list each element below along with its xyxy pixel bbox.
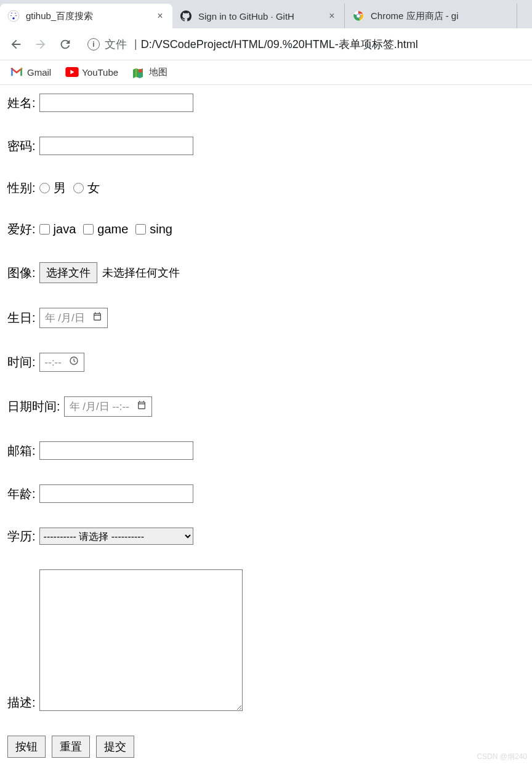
address-bar[interactable]: i 文件 | D:/VSCodeProject/HTML/09.%20HTML-… — [80, 33, 526, 55]
bookmark-gmail[interactable]: Gmail — [10, 67, 51, 78]
tab-title: gtihub_百度搜索 — [26, 10, 150, 22]
age-label: 年龄: — [7, 486, 36, 502]
bookmark-youtube[interactable]: YouTube — [65, 67, 118, 78]
gender-male-radio[interactable] — [39, 183, 50, 193]
tab-chrome-store[interactable]: Chrome 应用商店 - gi — [345, 4, 517, 28]
hobby-sing-text: sing — [150, 222, 172, 236]
datetime-label: 日期时间: — [7, 398, 60, 415]
date-placeholder: 年 /月/日 — [45, 311, 85, 325]
svg-point-5 — [139, 69, 142, 73]
description-textarea[interactable] — [39, 569, 243, 711]
back-button[interactable] — [6, 34, 26, 54]
hobby-game-text: game — [97, 222, 128, 236]
email-label: 邮箱: — [7, 443, 36, 459]
description-label: 描述: — [7, 694, 36, 711]
gender-female-text: 女 — [87, 180, 100, 196]
tab-title: Sign in to GitHub · GitH — [198, 11, 322, 22]
gender-label: 性别: — [7, 180, 36, 196]
url-prefix: 文件 — [105, 37, 127, 52]
file-status-text: 未选择任何文件 — [102, 265, 180, 280]
hobby-java-text: java — [54, 222, 76, 236]
name-label: 姓名: — [7, 95, 36, 111]
url-path: D:/VSCodeProject/HTML/09.%20HTML-表单项标签.h… — [141, 37, 418, 52]
name-input[interactable] — [39, 94, 193, 112]
chrome-icon — [352, 10, 365, 22]
time-placeholder: --:-- — [45, 356, 62, 369]
bookmark-maps[interactable]: 地图 — [132, 66, 167, 78]
browser-tab-bar: gtihub_百度搜索 × Sign in to GitHub · GitH ×… — [0, 0, 532, 28]
submit-button[interactable]: 提交 — [96, 736, 134, 758]
datetime-input[interactable]: 年 /月/日 --:-- — [64, 396, 152, 417]
watermark: CSDN @炯240 — [477, 752, 527, 762]
email-input[interactable] — [39, 441, 193, 460]
close-icon[interactable]: × — [327, 11, 337, 21]
bookmark-label: YouTube — [82, 67, 118, 78]
baidu-icon — [7, 10, 20, 22]
hobby-sing-checkbox[interactable] — [135, 224, 146, 235]
image-label: 图像: — [7, 265, 36, 281]
time-input[interactable]: --:-- — [39, 353, 84, 372]
calendar-icon — [137, 400, 147, 413]
datetime-placeholder: 年 /月/日 --:-- — [70, 400, 129, 414]
clock-icon — [69, 356, 79, 369]
hobby-java-checkbox[interactable] — [39, 224, 50, 235]
info-icon: i — [87, 38, 100, 50]
bookmark-label: 地图 — [149, 66, 167, 78]
button-generic[interactable]: 按钮 — [7, 736, 46, 758]
time-label: 时间: — [7, 354, 36, 371]
close-icon[interactable]: × — [155, 11, 165, 21]
svg-point-3 — [357, 14, 360, 17]
maps-icon — [132, 67, 144, 78]
page-content: 姓名: 密码: 性别: 男 女 爱好: java game sing 图像: 选… — [0, 85, 532, 766]
github-icon — [180, 10, 192, 22]
reset-button[interactable]: 重置 — [52, 736, 90, 758]
reload-button[interactable] — [55, 34, 75, 54]
svg-point-0 — [8, 10, 19, 22]
tab-baidu[interactable]: gtihub_百度搜索 × — [0, 4, 172, 28]
bookmarks-bar: Gmail YouTube 地图 — [0, 60, 532, 85]
password-input[interactable] — [39, 137, 193, 155]
file-select-button[interactable]: 选择文件 — [39, 262, 97, 283]
birthday-input[interactable]: 年 /月/日 — [39, 308, 108, 328]
youtube-icon — [65, 67, 77, 78]
education-select[interactable]: ---------- 请选择 ---------- — [39, 528, 193, 545]
tab-github[interactable]: Sign in to GitHub · GitH × — [172, 4, 345, 28]
birthday-label: 生日: — [7, 310, 36, 326]
hobby-game-checkbox[interactable] — [83, 224, 94, 235]
gender-male-text: 男 — [54, 180, 66, 196]
tab-title: Chrome 应用商店 - gi — [371, 10, 509, 22]
gender-female-radio[interactable] — [73, 183, 84, 193]
bookmark-label: Gmail — [27, 67, 51, 78]
hobby-label: 爱好: — [7, 221, 36, 238]
browser-toolbar: i 文件 | D:/VSCodeProject/HTML/09.%20HTML-… — [0, 28, 532, 60]
age-input[interactable] — [39, 484, 193, 503]
forward-button[interactable] — [31, 34, 50, 54]
password-label: 密码: — [7, 138, 36, 155]
gmail-icon — [10, 67, 22, 78]
calendar-icon — [92, 311, 102, 324]
education-label: 学历: — [7, 528, 36, 545]
